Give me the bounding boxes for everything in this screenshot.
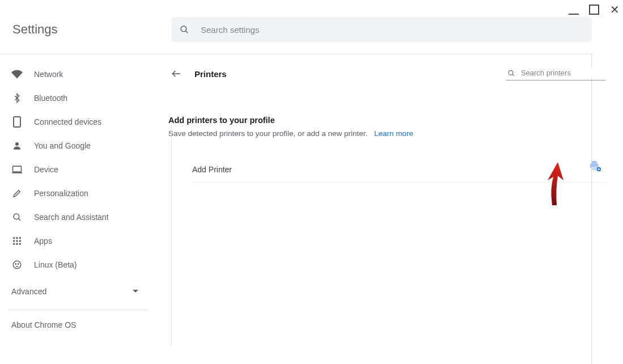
svg-point-10 [19, 237, 22, 239]
sidebar-item-label: Bluetooth [34, 94, 67, 103]
sidebar-item-label: You and Google [34, 141, 91, 150]
maximize-button[interactable] [589, 5, 599, 15]
sidebar-item-label: Network [34, 70, 63, 79]
sidebar-item-device[interactable]: Device [0, 158, 156, 181]
linux-icon [11, 259, 23, 270]
sidebar-item-you-and-google[interactable]: You and Google [0, 134, 156, 158]
sidebar-item-network[interactable]: Network [0, 62, 156, 86]
sidebar-main-divider [171, 122, 172, 346]
svg-point-15 [16, 243, 18, 246]
window-controls: ✕ [569, 5, 620, 15]
add-printer-label: Add Printer [192, 165, 232, 174]
svg-line-1 [185, 31, 188, 33]
learn-more-link[interactable]: Learn more [374, 129, 413, 138]
header-row: Settings [0, 0, 623, 42]
svg-rect-24 [592, 161, 597, 164]
svg-point-9 [16, 237, 18, 239]
sidebar: Network Bluetooth Connected devices You … [0, 57, 156, 364]
add-printer-button[interactable] [589, 160, 601, 174]
page-header: Printers [168, 66, 606, 82]
apps-grid-icon [11, 235, 23, 247]
svg-point-3 [15, 142, 19, 146]
brush-icon [11, 188, 23, 199]
app-title: Settings [12, 22, 149, 37]
about-link[interactable]: About Chrome OS [0, 310, 156, 340]
svg-point-21 [508, 70, 513, 75]
sidebar-item-search-assistant[interactable]: Search and Assistant [0, 205, 156, 229]
search-icon [507, 69, 515, 78]
sidebar-item-apps[interactable]: Apps [0, 229, 156, 253]
search-bar[interactable] [171, 17, 592, 42]
svg-point-11 [13, 240, 15, 242]
minimize-button[interactable] [569, 5, 579, 15]
chevron-down-icon [132, 289, 139, 294]
arrow-left-icon [171, 68, 182, 79]
sidebar-item-linux[interactable]: Linux (Beta) [0, 253, 156, 277]
section-desc-text: Save detected printers to your profile, … [168, 129, 367, 138]
printer-plus-icon [589, 160, 601, 172]
page-title: Printers [194, 69, 227, 79]
svg-point-14 [13, 243, 15, 246]
svg-line-7 [18, 218, 20, 221]
sidebar-item-label: Linux (Beta) [34, 260, 77, 269]
sidebar-item-label: Search and Assistant [34, 213, 109, 222]
person-icon [11, 140, 23, 151]
sidebar-item-personalization[interactable]: Personalization [0, 181, 156, 205]
svg-point-19 [18, 264, 19, 265]
laptop-icon [11, 164, 23, 175]
maximize-icon [589, 5, 599, 15]
svg-rect-25 [592, 167, 597, 170]
add-printer-row[interactable]: Add Printer [192, 157, 606, 183]
wifi-icon [11, 69, 23, 80]
phone-icon [11, 116, 23, 128]
sidebar-item-connected-devices[interactable]: Connected devices [0, 110, 156, 134]
svg-line-22 [512, 74, 514, 75]
svg-point-17 [13, 261, 21, 269]
svg-point-18 [15, 264, 16, 265]
printer-search-input[interactable] [520, 68, 605, 78]
svg-rect-4 [13, 166, 22, 172]
svg-rect-2 [14, 117, 20, 127]
section-description: Save detected printers to your profile, … [168, 129, 606, 138]
main-panel: Printers Add printers to your profile Sa… [156, 57, 623, 364]
add-printers-section: Add printers to your profile Save detect… [168, 116, 606, 183]
svg-point-8 [13, 237, 15, 239]
printer-search[interactable] [506, 67, 606, 81]
advanced-label: Advanced [11, 287, 46, 296]
close-button[interactable]: ✕ [609, 5, 620, 15]
sidebar-item-bluetooth[interactable]: Bluetooth [0, 86, 156, 110]
sidebar-item-label: Apps [34, 236, 52, 246]
svg-point-12 [16, 240, 18, 242]
svg-point-13 [19, 240, 22, 242]
header-divider [0, 54, 594, 54]
advanced-toggle[interactable]: Advanced [0, 277, 156, 306]
svg-point-6 [14, 214, 19, 219]
about-label: About Chrome OS [11, 320, 76, 329]
search-icon [179, 24, 189, 35]
svg-point-16 [19, 243, 22, 246]
search-input[interactable] [200, 24, 584, 35]
search-icon [11, 211, 23, 223]
sidebar-item-label: Connected devices [34, 117, 101, 126]
section-title: Add printers to your profile [168, 116, 606, 125]
minimize-icon [569, 5, 579, 15]
sidebar-item-label: Personalization [34, 189, 88, 198]
back-button[interactable] [168, 66, 184, 82]
svg-point-0 [181, 26, 187, 32]
layout: Network Bluetooth Connected devices You … [0, 57, 623, 364]
bluetooth-icon [11, 92, 23, 104]
sidebar-item-label: Device [34, 165, 58, 174]
